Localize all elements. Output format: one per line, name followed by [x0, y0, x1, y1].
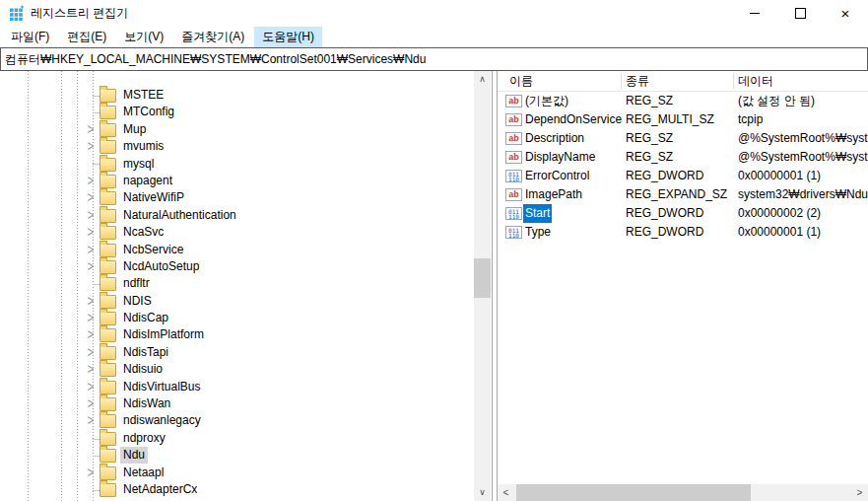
folder-icon	[100, 226, 116, 240]
menu-item[interactable]: 즐겨찾기(A)	[173, 27, 252, 47]
tree-item-label[interactable]: ndiswanlegacy	[120, 412, 204, 429]
value-name[interactable]: ErrorControl	[523, 167, 591, 185]
tree-item[interactable]: >Mup	[0, 121, 474, 138]
tree-item[interactable]: >NaturalAuthentication	[0, 207, 474, 224]
registry-tree-panel: MSTEEMTConfig>Mup>mvumismysql>napagent>N…	[0, 71, 493, 501]
tree-item[interactable]: >NdisWan	[0, 395, 474, 412]
maximize-button[interactable]	[777, 0, 823, 26]
value-row[interactable]: abDescriptionREG_SZ@%SystemRoot%₩syst	[498, 129, 868, 148]
expand-chevron-icon[interactable]: >	[84, 462, 98, 482]
tree-item[interactable]: >NdisVirtualBus	[0, 379, 474, 395]
scroll-left-icon[interactable]: <	[498, 484, 514, 501]
column-header[interactable]: 종류	[626, 71, 649, 91]
value-row[interactable]: ab(기본값)REG_SZ(값 설정 안 됨)	[498, 92, 868, 110]
tree-item[interactable]: NetAdapterCx	[0, 481, 474, 498]
tree-item[interactable]: >NcbService	[0, 242, 474, 258]
tree-item[interactable]: >NativeWifiP	[0, 189, 474, 206]
tree-item[interactable]: >mvumis	[0, 138, 474, 155]
tree-item-label[interactable]: NaturalAuthentication	[120, 207, 239, 224]
expand-chevron-icon[interactable]: >	[84, 410, 98, 431]
tree-item[interactable]: >NdisImPlatform	[0, 326, 474, 343]
expand-chevron-icon[interactable]: >	[84, 136, 98, 157]
dword-value-icon: 011 110	[505, 170, 522, 182]
folder-icon	[100, 175, 116, 188]
tree-item-label[interactable]: NativeWifiP	[120, 189, 187, 206]
tree-item-label[interactable]: Mup	[120, 121, 149, 138]
horizontal-scroll-thumb[interactable]	[516, 484, 751, 501]
column-header[interactable]: 이름	[509, 71, 533, 91]
tree-item-label[interactable]: NdisCap	[120, 310, 171, 326]
menu-item[interactable]: 파일(F)	[3, 27, 57, 47]
value-type: REG_DWORD	[626, 167, 703, 185]
tree-item-label[interactable]: mvumis	[120, 138, 167, 155]
scroll-right-icon[interactable]: >	[851, 484, 868, 501]
vertical-scroll-thumb[interactable]	[474, 258, 491, 298]
expand-chevron-icon[interactable]: >	[84, 256, 98, 277]
values-horizontal-scrollbar[interactable]: < >	[498, 484, 868, 501]
tree-item[interactable]: MTConfig	[0, 104, 474, 120]
tree-item[interactable]: >NdisCap	[0, 310, 474, 326]
value-row[interactable]: abImagePathREG_EXPAND_SZsystem32₩drivers…	[498, 185, 868, 204]
tree-item[interactable]: >NcaSvc	[0, 224, 474, 241]
tree-item[interactable]: >NdisTapi	[0, 344, 474, 361]
tree-item[interactable]: Ndu	[0, 447, 474, 464]
tree-item-label[interactable]: NcdAutoSetup	[120, 258, 202, 275]
tree-item-label[interactable]: NdisWan	[120, 395, 173, 412]
value-name[interactable]: Description	[523, 129, 586, 148]
column-separator[interactable]	[621, 73, 622, 89]
folder-icon	[100, 260, 116, 274]
value-row[interactable]: 011 110TypeREG_DWORD0x00000001 (1)	[498, 223, 868, 242]
menu-item[interactable]: 편집(E)	[59, 27, 114, 47]
tree-item-label[interactable]: NcbService	[120, 242, 186, 258]
minimize-button[interactable]	[732, 0, 777, 26]
tree-item[interactable]: MSTEE	[0, 87, 474, 104]
tree-item-label[interactable]: NdisTapi	[120, 344, 171, 361]
tree-item-label[interactable]: NcaSvc	[120, 224, 167, 241]
tree-item-label[interactable]: napagent	[120, 173, 175, 189]
value-name[interactable]: Type	[523, 223, 553, 242]
value-type: REG_SZ	[626, 148, 673, 167]
tree-item[interactable]: ndproxy	[0, 430, 474, 447]
tree-item[interactable]: >NcdAutoSetup	[0, 258, 474, 275]
tree-item[interactable]: >napagent	[0, 173, 474, 189]
tree-item-label[interactable]: NetAdapterCx	[120, 481, 200, 498]
tree-item[interactable]: >NDIS	[0, 293, 474, 310]
menu-item[interactable]: 도움말(H)	[254, 27, 322, 47]
value-row[interactable]: abDisplayNameREG_SZ@%SystemRoot%₩syst	[498, 148, 868, 167]
scroll-down-icon[interactable]: ∨	[474, 484, 491, 501]
tree-item-label[interactable]: NdisImPlatform	[120, 326, 207, 343]
value-row[interactable]: abDependOnServiceREG_MULTI_SZtcpip	[498, 110, 868, 129]
value-name[interactable]: ImagePath	[523, 185, 584, 204]
main-area: MSTEEMTConfig>Mup>mvumismysql>napagent>N…	[0, 71, 868, 501]
tree-item-label[interactable]: MTConfig	[120, 104, 177, 120]
tree-item[interactable]: >Ndisuio	[0, 361, 474, 378]
column-header[interactable]: 데이터	[738, 71, 773, 91]
tree-item-label[interactable]: Ndu	[120, 447, 148, 464]
tree-item[interactable]: >Netaapl	[0, 465, 474, 481]
string-value-icon: ab	[505, 188, 522, 201]
tree-item-label[interactable]: MSTEE	[120, 87, 167, 104]
tree-item[interactable]: >ndiswanlegacy	[0, 412, 474, 429]
tree-item-label[interactable]: NdisVirtualBus	[120, 379, 203, 395]
value-name[interactable]: Start	[523, 204, 552, 223]
value-name[interactable]: (기본값)	[523, 92, 570, 110]
tree-item[interactable]: mysql	[0, 156, 474, 173]
folder-icon	[100, 191, 116, 205]
menu-item[interactable]: 보기(V)	[116, 27, 171, 47]
value-row[interactable]: 011 110StartREG_DWORD0x00000002 (2)	[498, 204, 868, 223]
value-name[interactable]: DisplayName	[523, 148, 597, 167]
tree-item[interactable]: ndfltr	[0, 275, 474, 292]
tree-item-label[interactable]: ndproxy	[120, 430, 168, 447]
value-name[interactable]: DependOnService	[523, 110, 624, 129]
scroll-up-icon[interactable]: ∧	[474, 71, 491, 88]
tree-vertical-scrollbar[interactable]: ∧ ∨	[474, 71, 491, 501]
tree-item-label[interactable]: Netaapl	[120, 465, 167, 481]
tree-item-label[interactable]: Ndisuio	[120, 361, 166, 378]
tree-item-label[interactable]: ndfltr	[120, 275, 153, 292]
close-button[interactable]: ×	[823, 0, 868, 26]
address-bar-input[interactable]	[0, 47, 868, 71]
tree-item-label[interactable]: NDIS	[120, 293, 155, 310]
value-row[interactable]: 011 110ErrorControlREG_DWORD0x00000001 (…	[498, 167, 868, 185]
column-separator[interactable]	[733, 73, 734, 89]
tree-item-label[interactable]: mysql	[120, 156, 157, 173]
